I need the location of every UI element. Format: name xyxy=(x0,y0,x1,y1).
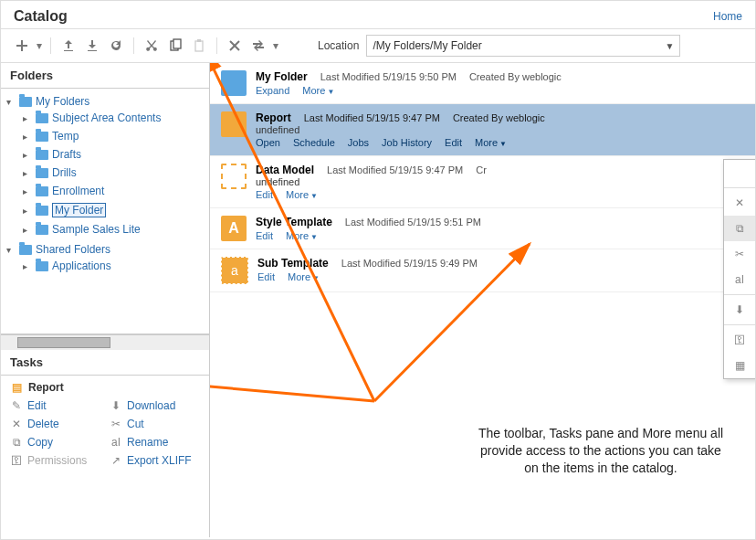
download-button[interactable] xyxy=(80,35,104,57)
action-edit[interactable]: Edit xyxy=(257,271,275,282)
menu-rename[interactable]: aIRename xyxy=(724,267,755,292)
svg-line-6 xyxy=(210,376,374,401)
copy-button[interactable] xyxy=(163,35,187,57)
menu-download[interactable]: ⬇Download xyxy=(724,297,755,323)
list-item-folder[interactable]: My FolderLast Modified 5/19/15 9:50 PMCr… xyxy=(210,63,755,104)
svg-rect-2 xyxy=(195,41,203,51)
key-icon: ⚿ xyxy=(10,454,23,467)
key-icon: ⚿ xyxy=(733,334,746,346)
tree-item[interactable]: ▸Drafts xyxy=(17,147,209,162)
task-rename[interactable]: aIRename xyxy=(110,436,200,449)
more-menu: Add To Favorites ✕Delete ⧉Copy ✂Cut aIRe… xyxy=(723,159,755,379)
menu-customize: ▦Customize xyxy=(724,353,755,378)
report-icon xyxy=(221,111,247,137)
new-dropdown[interactable]: ▾ xyxy=(34,35,45,57)
action-schedule[interactable]: Schedule xyxy=(293,137,335,148)
folder-icon xyxy=(36,206,48,216)
folder-icon xyxy=(36,168,48,178)
home-link[interactable]: Home xyxy=(713,10,742,23)
action-edit[interactable]: Edit xyxy=(256,189,273,200)
action-more[interactable]: More▼ xyxy=(286,189,318,200)
tasks-item-type: ▤ Report xyxy=(10,381,200,394)
page-title: Catalog xyxy=(14,8,68,25)
cut-icon: ✂ xyxy=(110,418,122,430)
move-dropdown[interactable]: ▾ xyxy=(270,35,281,57)
action-more[interactable]: More▼ xyxy=(286,230,318,241)
menu-delete[interactable]: ✕Delete xyxy=(724,190,755,216)
svg-rect-1 xyxy=(173,39,181,48)
tree-item[interactable]: ▸Subject Area Contents xyxy=(17,111,209,125)
folder-icon xyxy=(221,70,247,96)
action-more[interactable]: More▼ xyxy=(302,85,334,96)
action-more[interactable]: More▼ xyxy=(475,137,507,148)
new-button[interactable] xyxy=(10,35,34,57)
tree-item[interactable]: ▸Temp xyxy=(17,129,209,143)
task-download[interactable]: ⬇Download xyxy=(110,399,200,412)
refresh-button[interactable] xyxy=(104,35,128,57)
folder-icon xyxy=(36,132,48,142)
task-copy[interactable]: ⧉Copy xyxy=(10,436,100,449)
action-job-history[interactable]: Job History xyxy=(382,137,432,148)
tasks-pane-title: Tasks xyxy=(1,350,209,376)
sub-template-icon: a xyxy=(221,257,248,284)
tree-item[interactable]: ▸Drills xyxy=(17,165,209,180)
rename-icon: aI xyxy=(733,273,746,286)
tree-item-selected[interactable]: ▸My Folder xyxy=(17,202,209,218)
paste-button xyxy=(187,35,211,57)
customize-icon: ▦ xyxy=(733,359,746,372)
copy-icon: ⧉ xyxy=(733,222,746,235)
delete-icon: ✕ xyxy=(10,418,23,430)
location-field[interactable]: /My Folders/My Folder ▼ xyxy=(366,35,680,57)
task-edit[interactable]: ✎Edit xyxy=(10,399,100,412)
task-delete[interactable]: ✕Delete xyxy=(10,418,100,430)
toolbar: ▾ ▾ Location /My Folders/My Folder ▼ xyxy=(1,28,755,63)
delete-icon: ✕ xyxy=(733,196,746,209)
action-jobs[interactable]: Jobs xyxy=(348,137,369,148)
folder-icon xyxy=(36,186,48,196)
list-item-report[interactable]: ReportLast Modified 5/19/15 9:47 PMCreat… xyxy=(210,104,755,156)
menu-permissions: ⚿Permissions xyxy=(724,327,755,353)
folders-pane-title: Folders xyxy=(1,63,209,89)
pencil-icon: ✎ xyxy=(10,399,23,412)
tree-item[interactable]: ▸Enrollment xyxy=(17,184,209,198)
menu-cut[interactable]: ✂Cut xyxy=(724,241,755,267)
move-button[interactable] xyxy=(247,35,270,57)
annotation-text: The toolbar, Tasks pane and More menu al… xyxy=(473,425,729,477)
action-edit[interactable]: Edit xyxy=(445,137,462,148)
list-item-sub-template[interactable]: a Sub TemplateLast Modified 5/19/15 9:49… xyxy=(210,249,755,292)
action-more[interactable]: More▼ xyxy=(288,271,320,282)
download-icon: ⬇ xyxy=(110,399,122,412)
task-permissions: ⚿Permissions xyxy=(10,454,100,467)
folder-icon xyxy=(19,97,32,107)
location-label: Location xyxy=(318,39,359,52)
upload-button[interactable] xyxy=(57,35,80,57)
action-edit[interactable]: Edit xyxy=(256,230,273,241)
report-icon: ▤ xyxy=(10,381,23,394)
action-open[interactable]: Open xyxy=(256,137,280,148)
cut-button[interactable] xyxy=(140,35,163,57)
svg-rect-3 xyxy=(197,39,201,42)
list-item-data-model[interactable]: Data ModelLast Modified 5/19/15 9:47 PMC… xyxy=(210,156,755,208)
list-item-style-template[interactable]: A Style TemplateLast Modified 5/19/15 9:… xyxy=(210,208,755,249)
task-export-xliff[interactable]: ↗Export XLIFF xyxy=(110,454,200,467)
tree-my-folders[interactable]: ▾My Folders xyxy=(1,94,209,109)
folder-icon xyxy=(36,225,48,235)
data-model-icon xyxy=(221,164,247,189)
tree-item[interactable]: ▸Applications xyxy=(17,259,209,273)
export-icon: ↗ xyxy=(110,454,122,467)
menu-add-favorites[interactable]: Add To Favorites xyxy=(724,160,755,185)
folder-tree[interactable]: ▾My Folders ▸Subject Area Contents ▸Temp… xyxy=(1,89,209,334)
tree-shared-folders[interactable]: ▾Shared Folders xyxy=(1,242,209,257)
horizontal-scrollbar[interactable] xyxy=(1,334,209,350)
folder-icon xyxy=(19,245,32,255)
delete-button[interactable] xyxy=(223,35,247,57)
style-template-icon: A xyxy=(221,216,247,241)
folder-icon xyxy=(36,261,48,271)
menu-copy[interactable]: ⧉Copy xyxy=(724,216,755,241)
action-expand[interactable]: Expand xyxy=(256,85,289,96)
tree-item[interactable]: ▸Sample Sales Lite xyxy=(17,222,209,237)
download-icon: ⬇ xyxy=(733,303,746,316)
task-cut[interactable]: ✂Cut xyxy=(110,418,200,430)
chevron-down-icon: ▼ xyxy=(665,41,674,51)
copy-icon: ⧉ xyxy=(10,436,23,449)
